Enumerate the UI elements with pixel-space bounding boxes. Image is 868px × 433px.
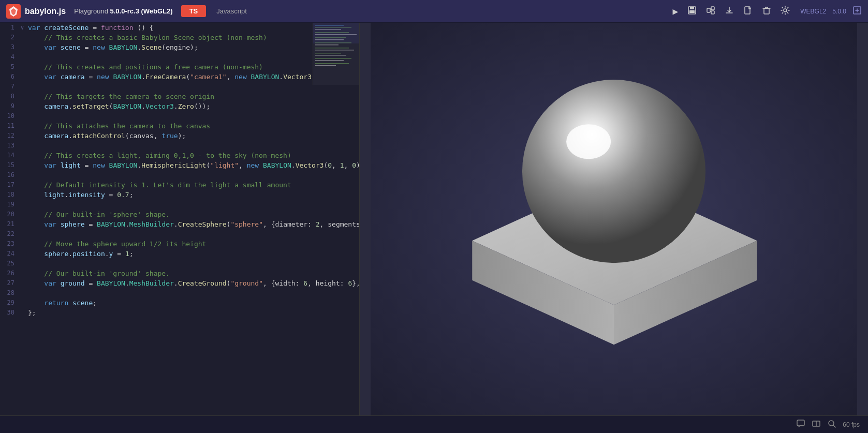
token-plain: , segments: [320,220,359,228]
code-line: 20 // Our built-in 'sphere' shape. [0,210,359,219]
line-content: var light = new BABYLON.HemisphericLight… [26,160,359,170]
token-plain: ; [129,250,134,258]
code-line: 6 var camera = new BABYLON.FreeCamera("c… [0,72,359,82]
token-plain: (engine); [161,43,198,51]
code-line: 17 // Default intensity is 1. Let's dim … [0,180,359,190]
code-line: 4 [0,52,359,62]
token-prop: camera [44,132,68,140]
token-plain: , [332,161,340,169]
line-content: // Default intensity is 1. Let's dim the… [26,180,359,190]
token-plain: , height: [307,279,348,287]
new-file-button[interactable] [743,6,753,17]
token-cls: MeshBuilder [129,220,174,228]
token-plain: . [137,43,141,51]
token-plain: ), sc [356,161,359,169]
token-plain: = [85,220,97,228]
token-prop: position [72,250,105,258]
token-plain: . [174,220,178,228]
line-number: 10 [0,111,19,121]
token-fn: Scene [141,43,161,51]
svg-rect-6 [707,8,710,12]
play-button[interactable]: ▶ [672,6,678,17]
new-document-icon[interactable] [852,6,862,17]
token-kw: var [44,43,60,51]
token-str: "camera1" [190,73,226,81]
footer: 60 fps [0,415,868,433]
line-content: // This creates a basic Babylon Scene ob… [26,33,359,42]
token-plain: , [227,73,235,81]
line-content [26,111,359,121]
svg-rect-24 [315,44,339,46]
line-content: var createScene = function () { [26,23,359,33]
token-num: 1 [340,161,344,169]
token-num: 0.7 [117,191,129,199]
token-plain: . [68,250,72,258]
token-plain: . [125,279,129,287]
code-line: 2 // This creates a basic Babylon Scene … [0,33,359,42]
line-number: 28 [0,288,19,298]
3d-scene [360,23,868,415]
token-prop: camera [61,73,85,81]
code-line: 18 light.intensity = 0.7; [0,190,359,200]
token-cmt: // Our built-in 'sphere' shape. [28,211,170,218]
line-number: 18 [0,190,19,200]
chat-icon[interactable] [796,419,805,430]
code-line: 26 // Our built-in 'ground' shape. [0,268,359,278]
tab-js[interactable]: Javascript [208,5,255,17]
svg-rect-30 [315,60,344,61]
line-number: 15 [0,160,19,170]
token-cmt: // This creates a basic Babylon Scene ob… [28,34,267,41]
code-line: 9 camera.setTarget(BABYLON.Vector3.Zero(… [0,101,359,111]
token-plain: = [85,279,97,287]
line-number: 11 [0,121,19,131]
token-plain: , {width: [263,279,303,287]
svg-rect-41 [797,420,804,426]
token-fn: Zero [178,102,194,110]
fold-indicator[interactable]: ∨ [19,23,26,33]
line-number: 12 [0,131,19,141]
token-prop: createScene [44,24,89,32]
token-plain [28,132,44,140]
token-fn: Vector3 [283,73,312,81]
tab-ts[interactable]: TS [181,5,207,17]
token-cls: BABYLON [251,73,279,81]
line-number: 20 [0,210,19,219]
minimap [313,23,359,85]
line-content: var scene = new BABYLON.Scene(engine); [26,42,359,52]
line-number: 19 [0,200,19,210]
line-number: 8 [0,92,19,101]
token-cls: BABYLON [97,220,125,228]
layout-icon[interactable] [812,419,821,430]
line-number: 6 [0,72,19,82]
line-content [26,52,359,62]
line-content: // This targets the camera to scene orig… [26,92,359,101]
svg-rect-31 [315,63,349,64]
line-number: 16 [0,170,19,180]
token-cls: Vector3 [145,102,174,110]
line-number: 2 [0,33,19,42]
viewport[interactable] [360,23,868,415]
save-button[interactable] [687,6,697,17]
line-number: 22 [0,229,19,239]
playground-title: Playground 5.0.0-rc.3 (WebGL2) [74,7,173,15]
download-button[interactable] [725,6,734,17]
token-plain: = [85,73,97,81]
code-area[interactable]: 1∨var createScene = function () {2 // Th… [0,23,359,415]
token-plain: . [174,102,178,110]
svg-point-40 [566,124,611,159]
token-plain: ; [93,299,97,307]
line-content [26,200,359,210]
code-line: 21 var sphere = BABYLON.MeshBuilder.Crea… [0,219,359,229]
token-num: 1 [125,250,129,258]
delete-button[interactable] [762,6,771,17]
token-kw: var [44,220,60,228]
settings-button[interactable] [781,6,790,17]
search-icon[interactable] [827,419,836,430]
code-line: 24 sphere.position.y = 1; [0,249,359,259]
header-icons: ▶ [672,6,790,17]
share-button[interactable] [706,6,715,17]
line-number: 4 [0,52,19,62]
line-content: // This creates and positions a free cam… [26,62,359,72]
token-plain: , [344,161,352,169]
code-line: 30}; [0,308,359,318]
